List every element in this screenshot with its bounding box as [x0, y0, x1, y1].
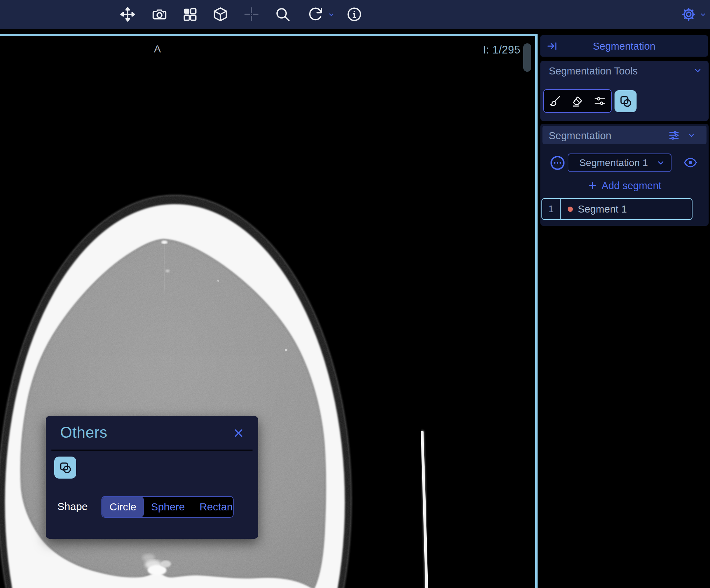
- cube-icon: [212, 6, 228, 22]
- panel-title: Segmentation: [540, 41, 708, 52]
- tools-button-group: [543, 89, 612, 113]
- shape-segmented-control: Circle Sphere Rectangle: [101, 496, 234, 518]
- info-tool-button[interactable]: [345, 5, 364, 24]
- slice-scrollbar-thumb[interactable]: [523, 43, 531, 72]
- segmentation-visibility-button[interactable]: [683, 156, 698, 170]
- chevron-down-icon: [693, 65, 703, 76]
- layout-grid-icon: [182, 6, 198, 22]
- segmentation-select[interactable]: Segmentation 1: [568, 153, 672, 172]
- ct-viewport[interactable]: A I: 1/295 Others Shape Circle: [0, 34, 538, 588]
- chevron-down-icon: [655, 158, 666, 168]
- shape-option-sphere[interactable]: Sphere: [144, 497, 192, 517]
- segmentation-tools-card: Segmentation Tools: [540, 61, 709, 121]
- shapes-icon: [619, 94, 633, 108]
- segment-row[interactable]: 1 Segment 1: [541, 198, 693, 220]
- popup-divider: [51, 450, 253, 451]
- segmentation-section-title: Segmentation: [549, 130, 611, 142]
- segment-color-dot: [568, 207, 573, 212]
- info-icon: [346, 6, 362, 22]
- segmentation-config-icon[interactable]: [668, 129, 680, 141]
- chevron-down-icon: [699, 10, 707, 19]
- settings-dropdown-chevron[interactable]: [698, 10, 708, 20]
- crosshairs-tool-button[interactable]: [242, 5, 261, 24]
- rotate-icon: [307, 6, 323, 22]
- shape-label: Shape: [57, 501, 88, 512]
- shape-option-rectangle[interactable]: Rectangle: [192, 497, 234, 517]
- gear-icon: [681, 6, 697, 22]
- panel-header: Segmentation: [540, 35, 708, 57]
- plus-icon: [588, 181, 597, 191]
- segmentation-menu-button[interactable]: [549, 155, 566, 171]
- shapes-icon: [58, 461, 72, 475]
- shape-option-circle[interactable]: Circle: [102, 497, 144, 517]
- slice-indicator: I: 1/295: [448, 44, 520, 56]
- segmentation-section-header[interactable]: Segmentation: [542, 126, 707, 144]
- pan-tool-button[interactable]: [118, 5, 137, 24]
- rotate-tool-button[interactable]: [305, 5, 325, 24]
- shapes-tool-button-active[interactable]: [54, 457, 76, 479]
- segment-index: 1: [542, 199, 561, 219]
- shape-option-row: Shape Circle Sphere Rectangle: [46, 496, 258, 518]
- add-segment-button[interactable]: Add segment: [540, 178, 709, 193]
- eraser-tool-button[interactable]: [568, 91, 587, 112]
- segmentation-tools-title: Segmentation Tools: [549, 65, 638, 77]
- threshold-tool-button[interactable]: [590, 91, 610, 112]
- brush-tool-button[interactable]: [545, 91, 565, 112]
- chevron-down-icon: [686, 130, 697, 141]
- capture-tool-button[interactable]: [150, 5, 169, 24]
- popup-close-button[interactable]: [231, 426, 246, 440]
- pan-icon: [120, 6, 136, 22]
- segment-body: Segment 1: [561, 199, 692, 219]
- eraser-icon: [571, 94, 584, 108]
- others-popup: Others Shape Circle Sphere Rectangle: [46, 416, 258, 539]
- brush-icon: [548, 94, 562, 108]
- close-icon: [233, 428, 244, 439]
- segmentation-select-value: Segmentation 1: [568, 157, 655, 168]
- zoom-tool-button[interactable]: [273, 5, 292, 24]
- shapes-tool-button-active[interactable]: [615, 90, 637, 112]
- chevron-down-icon: [327, 10, 335, 19]
- crosshairs-icon: [243, 6, 260, 22]
- segment-label: Segment 1: [578, 203, 627, 215]
- popup-title: Others: [60, 424, 107, 441]
- segmentation-panel: Segmentation Segmentation Tools: [538, 29, 710, 588]
- top-toolbar: [0, 0, 710, 29]
- eye-icon: [683, 157, 697, 168]
- threshold-sliders-icon: [593, 94, 606, 108]
- segmentation-card: Segmentation: [540, 124, 709, 226]
- mpr-3d-tool-button[interactable]: [211, 5, 230, 24]
- magnifier-icon: [275, 6, 291, 22]
- camera-icon: [151, 6, 168, 22]
- rotate-dropdown-chevron[interactable]: [326, 10, 336, 20]
- orientation-label: A: [140, 43, 175, 55]
- dicom-viewer-app: A I: 1/295 Others Shape Circle: [0, 0, 710, 588]
- segmentation-tools-header[interactable]: Segmentation Tools: [540, 61, 709, 79]
- ellipsis-circle-icon: [549, 155, 566, 171]
- layout-tool-button[interactable]: [180, 5, 200, 24]
- settings-button[interactable]: [679, 5, 698, 24]
- add-segment-label: Add segment: [602, 180, 661, 192]
